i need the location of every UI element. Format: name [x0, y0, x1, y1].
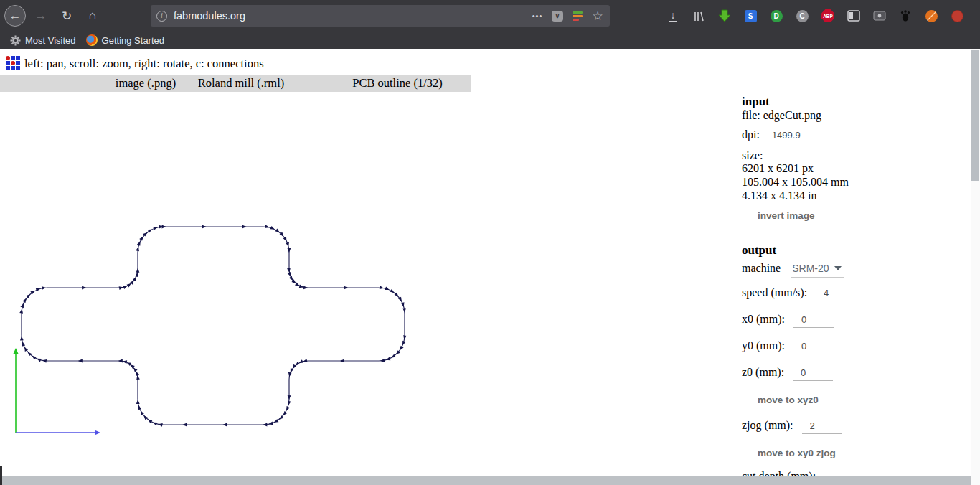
bookmark-getting-started[interactable]: Getting Started [86, 34, 164, 46]
move-to-xyz0-button[interactable]: move to xyz0 [758, 395, 819, 405]
url-bar[interactable]: i fabmodules.org ••• ∨ ☆ [151, 5, 610, 27]
y0-input[interactable] [793, 341, 834, 354]
speed-input[interactable] [816, 288, 859, 301]
y0-label: y0 (mm): [742, 339, 785, 352]
chevron-down-icon [834, 266, 842, 270]
url-text[interactable]: fabmodules.org [174, 10, 524, 22]
red-circle-extension-icon[interactable] [950, 9, 964, 23]
z0-row: z0 (mm): [742, 366, 833, 381]
toolpath-canvas[interactable] [0, 49, 502, 485]
bottom-bar [0, 476, 971, 485]
z0-label: z0 (mm): [742, 366, 784, 379]
scrollbar-thumb[interactable] [971, 50, 979, 181]
reload-icon[interactable]: ↻ [56, 5, 77, 27]
input-file-label: file: edgeCut.png [742, 109, 821, 122]
size-px: 6201 x 6201 px [742, 162, 814, 175]
invert-image-button[interactable]: invert image [758, 210, 815, 221]
back-icon[interactable]: ← [4, 5, 26, 27]
toolpath-direction-arrows [19, 225, 407, 426]
corner-sliver [0, 466, 2, 485]
settings-panel: input file: edgeCut.png dpi: size: 6201 … [742, 49, 966, 485]
library-icon[interactable] [692, 9, 706, 23]
firefox-icon [86, 34, 98, 46]
zjog-row: zjog (mm): [742, 419, 842, 434]
red-circle-glyph [951, 10, 963, 22]
home-icon[interactable]: ⌂ [82, 5, 103, 27]
size-in: 4.134 x 4.134 in [742, 189, 816, 202]
y-axis-arrow-icon [14, 348, 19, 354]
browser-chrome: ← → ↻ ⌂ i fabmodules.org ••• ∨ ☆ ↓ S D C… [0, 0, 980, 49]
size-label: size: [742, 149, 763, 162]
output-heading: output [742, 243, 776, 258]
machine-row: machine SRM-20 [742, 262, 844, 278]
move-to-xy0-zjog-button[interactable]: move to xy0 zjog [758, 448, 836, 458]
s-extension-icon[interactable]: S [743, 9, 758, 23]
forward-icon[interactable]: → [30, 5, 52, 27]
page-actions-icon[interactable]: ••• [531, 9, 544, 22]
bookmark-label: Most Visited [25, 35, 76, 46]
stats-bars-glyph [573, 11, 583, 21]
zjog-label: zjog (mm): [742, 419, 793, 432]
speed-label: speed (mm/s): [742, 286, 807, 299]
size-mm: 105.004 x 105.004 mm [742, 176, 849, 189]
bookmark-label: Getting Started [102, 35, 164, 46]
orange-circle-glyph [925, 10, 938, 22]
s-extension-glyph: S [745, 10, 757, 22]
adblock-plus-icon[interactable]: ABP [821, 9, 835, 23]
abp-glyph: ABP [821, 9, 834, 22]
x0-row: x0 (mm): [742, 313, 834, 328]
dpi-label: dpi: [742, 128, 760, 141]
gear-icon [10, 35, 21, 46]
dpi-input[interactable] [768, 130, 806, 143]
download-glyph: ↓ [669, 10, 677, 22]
green-circle-extension-icon[interactable]: D [769, 9, 783, 23]
y0-row: y0 (mm): [742, 339, 834, 354]
bookmark-star-icon[interactable]: ☆ [591, 9, 604, 22]
machine-label: machine [742, 262, 781, 275]
pocket-icon[interactable]: ∨ [551, 9, 564, 22]
bookmark-most-visited[interactable]: Most Visited [10, 35, 76, 46]
zjog-input[interactable] [802, 420, 842, 434]
download-icon[interactable]: ↓ [666, 9, 680, 23]
navigation-toolbar: ← → ↻ ⌂ i fabmodules.org ••• ∨ ☆ ↓ S D C… [0, 0, 980, 32]
green-circle-glyph: D [771, 10, 783, 22]
x0-input[interactable] [793, 314, 834, 328]
orange-circle-extension-icon[interactable] [924, 9, 938, 23]
machine-value: SRM-20 [792, 263, 829, 274]
x-axis-arrow-icon [95, 430, 100, 435]
sidebar-icon[interactable] [847, 9, 861, 23]
machine-select[interactable]: SRM-20 [791, 263, 844, 278]
gnome-foot-icon[interactable] [898, 9, 913, 23]
toolbar-extension-icons: ↓ S D C ABP [666, 6, 980, 25]
stats-bars-icon[interactable] [571, 9, 584, 22]
dpi-row: dpi: [742, 128, 806, 143]
pocket-glyph: ∨ [552, 11, 563, 22]
site-info-icon[interactable]: i [156, 11, 167, 22]
bookmarks-toolbar: Most Visited Getting Started [0, 32, 980, 49]
input-heading: input [742, 95, 770, 109]
screenshot-icon[interactable] [872, 9, 887, 23]
scrollbar-track[interactable] [971, 49, 980, 485]
c-circle-extension-icon[interactable]: C [795, 9, 809, 23]
x0-label: x0 (mm): [742, 313, 785, 326]
speed-row: speed (mm/s): [742, 286, 859, 301]
video-downloader-icon[interactable] [717, 9, 732, 23]
z0-input[interactable] [793, 367, 833, 381]
c-circle-glyph: C [796, 10, 809, 22]
toolbar-separator [976, 6, 976, 25]
pcb-outline-path [22, 227, 405, 425]
